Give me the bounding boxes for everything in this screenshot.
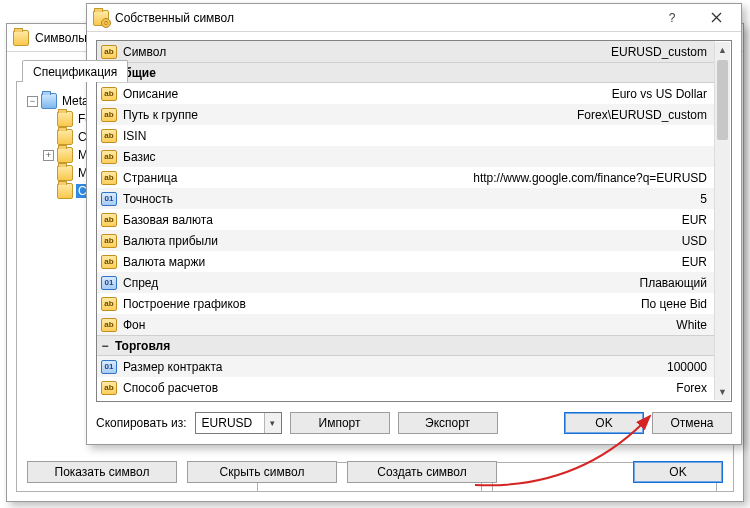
property-name: Символ xyxy=(121,45,166,59)
number-icon: 01 xyxy=(97,276,121,290)
text-icon: ab xyxy=(97,150,121,164)
property-value[interactable]: USD xyxy=(218,234,715,248)
text-icon: ab xyxy=(97,234,121,248)
property-value[interactable]: White xyxy=(145,318,715,332)
property-group[interactable]: −Общие xyxy=(97,62,715,83)
property-value[interactable]: 5 xyxy=(173,192,715,206)
folder-icon xyxy=(57,129,73,145)
property-value[interactable]: EUR xyxy=(205,255,715,269)
property-value[interactable]: 100000 xyxy=(223,360,715,374)
property-row[interactable]: abБазовая валютаEUR xyxy=(97,209,715,230)
tab-specification[interactable]: Спецификация xyxy=(22,60,128,82)
property-name: Спред xyxy=(121,276,158,290)
property-name: ISIN xyxy=(121,129,146,143)
dialog-icon xyxy=(93,10,109,26)
property-name: Точность xyxy=(121,192,173,206)
chevron-down-icon[interactable]: ▾ xyxy=(264,413,281,433)
expander-icon[interactable]: + xyxy=(43,150,54,161)
copy-from-label: Скопировать из: xyxy=(96,416,187,430)
property-row[interactable]: abБазис xyxy=(97,146,715,167)
number-icon: 01 xyxy=(97,360,121,374)
property-value[interactable]: По цене Bid xyxy=(246,297,715,311)
text-icon: ab xyxy=(97,129,121,143)
property-name: Построение графиков xyxy=(121,297,246,311)
collapse-icon[interactable]: − xyxy=(97,339,113,353)
property-name: Базис xyxy=(121,150,156,164)
text-icon: ab xyxy=(97,297,121,311)
show-symbol-button[interactable]: Показать символ xyxy=(27,461,177,483)
dialog-title: Собственный символ xyxy=(115,11,647,25)
text-icon: ab xyxy=(97,171,121,185)
close-button[interactable] xyxy=(697,4,735,32)
folder-icon xyxy=(57,111,73,127)
number-icon: 01 xyxy=(97,192,121,206)
property-row[interactable]: abISIN xyxy=(97,125,715,146)
property-row[interactable]: 01Точность5 xyxy=(97,188,715,209)
text-icon: ab xyxy=(97,381,121,395)
folder-icon xyxy=(57,183,73,199)
property-name: Валюта маржи xyxy=(121,255,205,269)
property-name: Страница xyxy=(121,171,177,185)
folder-icon xyxy=(57,165,73,181)
property-row[interactable]: abОписаниеEuro vs US Dollar xyxy=(97,83,715,104)
property-name: Базовая валюта xyxy=(121,213,213,227)
text-icon: ab xyxy=(97,255,121,269)
text-icon: ab xyxy=(97,108,121,122)
property-row[interactable]: abВалюта маржиEUR xyxy=(97,251,715,272)
gear-icon xyxy=(101,18,111,28)
property-value[interactable]: Плавающий xyxy=(158,276,715,290)
property-row[interactable]: abСтраницаhttp://www.google.com/finance?… xyxy=(97,167,715,188)
group-name: Торговля xyxy=(113,339,170,353)
dialog-titlebar[interactable]: Собственный символ ? xyxy=(87,4,741,32)
property-row[interactable]: abВалюта прибылиUSD xyxy=(97,230,715,251)
property-value[interactable]: Euro vs US Dollar xyxy=(178,87,715,101)
text-icon: ab xyxy=(97,45,121,59)
scroll-thumb[interactable] xyxy=(717,60,728,140)
property-value[interactable]: Forex\EURUSD_custom xyxy=(198,108,715,122)
window-icon xyxy=(13,30,29,46)
copy-from-value: EURUSD xyxy=(196,416,264,430)
custom-symbol-dialog: Собственный символ ? abСимволEURUSD_cust… xyxy=(86,3,742,445)
dialog-ok-button[interactable]: OK xyxy=(564,412,644,434)
vertical-scrollbar[interactable]: ▲ ▼ xyxy=(714,42,730,400)
property-value[interactable]: Forex xyxy=(218,381,715,395)
dialog-cancel-button[interactable]: Отмена xyxy=(652,412,732,434)
property-row[interactable]: abПуть к группеForex\EURUSD_custom xyxy=(97,104,715,125)
property-name: Способ расчетов xyxy=(121,381,218,395)
dialog-footer: Скопировать из: EURUSD ▾ Импорт Экспорт … xyxy=(96,412,732,434)
text-icon: ab xyxy=(97,87,121,101)
property-row[interactable]: abПостроение графиковПо цене Bid xyxy=(97,293,715,314)
property-row[interactable]: abСпособ расчетовForex xyxy=(97,377,715,398)
property-name: Описание xyxy=(121,87,178,101)
export-button[interactable]: Экспорт xyxy=(398,412,498,434)
import-button[interactable]: Импорт xyxy=(290,412,390,434)
scroll-up-icon[interactable]: ▲ xyxy=(715,42,730,58)
property-name: Путь к группе xyxy=(121,108,198,122)
property-row[interactable]: abФонWhite xyxy=(97,314,715,335)
property-row[interactable]: 01СпредПлавающий xyxy=(97,272,715,293)
property-value[interactable]: http://www.google.com/finance?q=EURUSD xyxy=(177,171,715,185)
close-icon xyxy=(711,12,722,23)
property-row[interactable]: 01Размер контракта100000 xyxy=(97,356,715,377)
scroll-down-icon[interactable]: ▼ xyxy=(715,384,730,400)
folder-icon xyxy=(57,147,73,163)
help-button[interactable]: ? xyxy=(653,4,691,32)
tab-label: Спецификация xyxy=(33,65,117,79)
property-row[interactable]: abСимволEURUSD_custom xyxy=(97,41,715,62)
parent-ok-button[interactable]: OK xyxy=(633,461,723,483)
server-icon xyxy=(41,93,57,109)
text-icon: ab xyxy=(97,318,121,332)
property-name: Размер контракта xyxy=(121,360,223,374)
property-name: Фон xyxy=(121,318,145,332)
property-value[interactable]: EURUSD_custom xyxy=(166,45,715,59)
property-name: Валюта прибыли xyxy=(121,234,218,248)
parent-button-row: Показать символ Скрыть символ Создать си… xyxy=(27,461,723,483)
create-symbol-button[interactable]: Создать символ xyxy=(347,461,497,483)
property-grid[interactable]: abСимволEURUSD_custom−ОбщиеabОписаниеEur… xyxy=(96,40,732,402)
property-value[interactable]: EUR xyxy=(213,213,715,227)
property-group[interactable]: −Торговля xyxy=(97,335,715,356)
expander-icon[interactable]: − xyxy=(27,96,38,107)
copy-from-combo[interactable]: EURUSD ▾ xyxy=(195,412,282,434)
hide-symbol-button[interactable]: Скрыть символ xyxy=(187,461,337,483)
text-icon: ab xyxy=(97,213,121,227)
